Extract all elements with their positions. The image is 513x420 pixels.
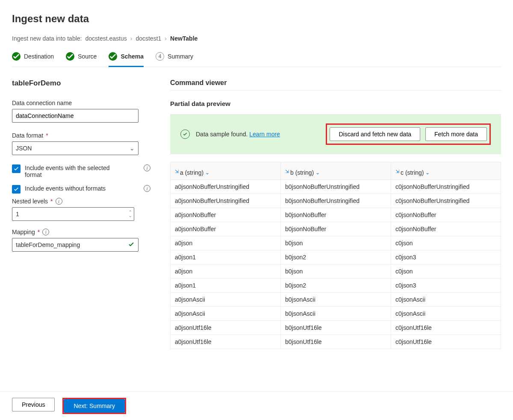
table-cell: c0json	[391, 264, 501, 278]
checkbox-include-selected[interactable]	[12, 164, 21, 173]
table-cell: a0jsonUtf16le	[171, 320, 281, 335]
breadcrumb-item[interactable]: docstest1	[136, 35, 161, 42]
chevron-down-icon: ⌄	[130, 145, 135, 152]
step-summary[interactable]: 4 Summary	[156, 52, 193, 67]
step-label: Destination	[24, 53, 54, 60]
checkbox-include-without[interactable]	[12, 185, 21, 194]
table-cell: c0jsonNoBuffer	[391, 208, 501, 222]
table-cell: b0jsonNoBufferUnstringified	[281, 179, 391, 194]
table-cell: a0jsonNoBufferUnstringified	[171, 194, 281, 208]
info-icon[interactable]: i	[144, 164, 150, 171]
table-row: a0jsonb0jsonc0json	[171, 236, 501, 250]
table-row: a0jsonNoBufferb0jsonNoBufferc0jsonNoBuff…	[171, 222, 501, 236]
table-cell: c0json	[391, 236, 501, 250]
required-asterisk: *	[50, 198, 53, 205]
preview-table: ⇲a (string)⌄⇲b (string)⌄⇲c (string)⌄ a0j…	[170, 162, 501, 349]
nested-levels-input[interactable]: 1 ⌃ ⌄	[12, 207, 134, 221]
table-name: tableForDemo	[12, 79, 153, 88]
column-header[interactable]: ⇲c (string)⌄	[391, 162, 501, 180]
table-cell: c0jsonNoBufferUnstringified	[391, 194, 501, 208]
breadcrumb-prefix: Ingest new data into table:	[12, 35, 82, 42]
table-cell: b0jsonUtf16le	[281, 320, 391, 335]
table-cell: c0jsonNoBuffer	[391, 222, 501, 236]
success-check-icon	[180, 129, 190, 139]
table-cell: c0jsonAscii	[391, 306, 501, 320]
check-icon	[128, 241, 135, 249]
data-format-select[interactable]: JSON ⌄	[12, 141, 139, 155]
check-icon	[109, 52, 117, 61]
table-row: a0jsonUtf16leb0jsonUtf16lec0jsonUtf16le	[171, 335, 501, 349]
check-icon	[12, 52, 21, 61]
mapping-input[interactable]: tableForDemo_mapping	[12, 238, 139, 252]
info-icon[interactable]: i	[144, 185, 150, 192]
table-cell: b0jsonNoBuffer	[281, 208, 391, 222]
step-schema[interactable]: Schema	[109, 52, 144, 67]
step-label: Schema	[121, 53, 144, 60]
table-row: a0jsonNoBufferb0jsonNoBufferc0jsonNoBuff…	[171, 208, 501, 222]
table-row: a0jsonUtf16leb0jsonUtf16lec0jsonUtf16le	[171, 320, 501, 335]
column-name: c (string)	[401, 169, 424, 176]
page-title: Ingest new data	[12, 13, 501, 25]
table-cell: b0json2	[281, 278, 391, 292]
label-mapping: Mapping* i	[12, 229, 153, 235]
table-cell: b0jsonNoBuffer	[281, 222, 391, 236]
table-cell: a0jsonUtf16le	[171, 335, 281, 349]
chevron-down-icon: ⌄	[315, 170, 320, 176]
table-row: a0json1b0json2c0json3	[171, 278, 501, 292]
table-row: a0jsonAsciib0jsonAsciic0jsonAscii	[171, 292, 501, 306]
table-cell: a0jsonAscii	[171, 292, 281, 306]
learn-more-link[interactable]: Learn more	[249, 131, 280, 138]
table-cell: c0json3	[391, 250, 501, 264]
table-cell: a0jsonNoBufferUnstringified	[171, 179, 281, 194]
table-cell: b0jsonUtf16le	[281, 335, 391, 349]
table-cell: b0jsonAscii	[281, 292, 391, 306]
fetch-more-button[interactable]: Fetch more data	[425, 127, 487, 141]
table-cell: c0jsonUtf16le	[391, 335, 501, 349]
label-include-without: Include events without formats	[25, 185, 106, 192]
column-header[interactable]: ⇲a (string)⌄	[171, 162, 281, 180]
column-type-icon: ⇲	[285, 169, 289, 174]
partial-preview-heading: Partial data preview	[170, 100, 501, 107]
column-header[interactable]: ⇲b (string)⌄	[281, 162, 391, 180]
table-cell: c0jsonNoBufferUnstringified	[391, 179, 501, 194]
table-row: a0jsonb0jsonc0json	[171, 264, 501, 278]
check-icon	[66, 52, 74, 61]
chevron-down-icon: ⌄	[425, 170, 430, 176]
table-cell: a0jsonAscii	[171, 306, 281, 320]
table-cell: a0json	[171, 236, 281, 250]
label-include-selected: Include events with the selected format	[25, 164, 119, 178]
column-name: a (string)	[180, 169, 203, 176]
table-cell: a0jsonNoBuffer	[171, 222, 281, 236]
label-data-format: Data format*	[12, 132, 153, 139]
success-banner: Data sample found. Learn more Discard an…	[170, 114, 501, 154]
column-name: b (string)	[290, 169, 314, 176]
breadcrumb-item[interactable]: docstest.eastus	[85, 35, 127, 42]
table-row: a0jsonNoBufferUnstringifiedb0jsonNoBuffe…	[171, 179, 501, 194]
discard-fetch-button[interactable]: Discard and fetch new data	[330, 127, 420, 141]
table-cell: b0json	[281, 236, 391, 250]
table-row: a0jsonNoBufferUnstringifiedb0jsonNoBuffe…	[171, 194, 501, 208]
breadcrumb-leaf: NewTable	[170, 35, 198, 42]
step-label: Summary	[168, 53, 193, 60]
connection-name-input[interactable]	[12, 109, 139, 123]
banner-text: Data sample found.	[196, 131, 248, 138]
table-cell: a0json1	[171, 250, 281, 264]
step-destination[interactable]: Destination	[12, 52, 54, 67]
command-viewer-heading: Command viewer	[170, 79, 501, 91]
table-cell: a0json	[171, 264, 281, 278]
table-cell: b0json2	[281, 250, 391, 264]
step-source[interactable]: Source	[66, 52, 97, 67]
column-type-icon: ⇲	[175, 169, 179, 174]
chevron-right-icon: ›	[130, 35, 133, 42]
info-icon[interactable]: i	[56, 198, 62, 205]
table-row: a0jsonAsciib0jsonAsciic0jsonAscii	[171, 306, 501, 320]
table-cell: b0json	[281, 264, 391, 278]
table-cell: b0jsonNoBufferUnstringified	[281, 194, 391, 208]
spinner-buttons[interactable]: ⌃ ⌄	[129, 209, 132, 220]
table-cell: c0json3	[391, 278, 501, 292]
table-row: a0json1b0json2c0json3	[171, 250, 501, 264]
spinner-down-icon[interactable]: ⌄	[129, 214, 132, 218]
info-icon[interactable]: i	[42, 229, 49, 235]
table-cell: b0jsonAscii	[281, 306, 391, 320]
table-cell: c0jsonAscii	[391, 292, 501, 306]
